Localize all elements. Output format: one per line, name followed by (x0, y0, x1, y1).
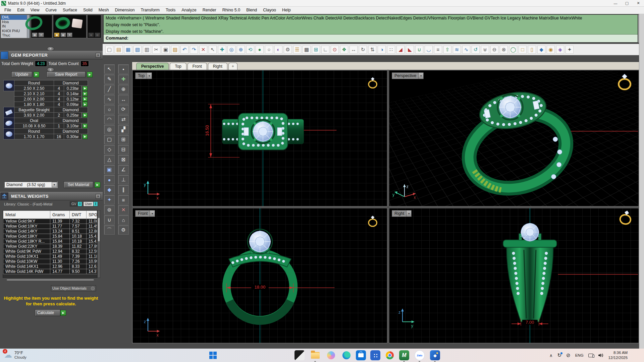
thumbnail-slot-1[interactable]: ▦✕ (31, 15, 52, 38)
extrude-icon[interactable]: ⇧ (443, 46, 451, 54)
viewport-tab-front[interactable]: Front (187, 63, 207, 70)
box-icon[interactable]: □ (519, 46, 527, 54)
viewport-front-label-pill[interactable]: Front ▼ (135, 210, 155, 217)
open-file-icon[interactable]: ▤ (115, 46, 123, 54)
chrome-icon[interactable] (385, 350, 395, 360)
viewport-tab-add-icon[interactable]: + (228, 63, 237, 70)
erase-icon[interactable]: ✕ (118, 205, 129, 215)
print-icon[interactable]: ▥ (143, 46, 151, 54)
rotate-view-icon[interactable]: ⟲ (246, 46, 254, 54)
gem-row-play-icon[interactable]: ▶ (83, 97, 88, 102)
speaker-icon[interactable] (598, 353, 604, 358)
gem-group-header-row[interactable]: RoundDiamond (4, 129, 88, 134)
line-icon[interactable]: ╱ (104, 84, 115, 94)
viewport-front[interactable]: Front ▼ 18.00 z x (132, 208, 387, 343)
clock[interactable]: 8:36 AM 12/12/2025 (608, 350, 628, 360)
menu-surface[interactable]: Surface (60, 7, 80, 14)
arc-blend-icon[interactable]: ⌒ (104, 225, 115, 235)
mirror-icon[interactable]: ◑ (378, 46, 386, 54)
metal-column-header[interactable]: SPG (87, 211, 98, 219)
viewport-tab-perspective[interactable]: Perspective (136, 63, 169, 70)
command-prompt-input[interactable]: Command: (104, 34, 638, 42)
options-icon[interactable]: ✦ (566, 46, 574, 54)
metal-column-header[interactable]: DWT (70, 211, 87, 219)
gem-size-row[interactable]: 10.08 X 8.5013.10tw▶ (4, 123, 88, 129)
fillet-icon[interactable]: ◡ (425, 46, 433, 54)
save-icon[interactable]: ▦ (124, 46, 132, 54)
gem-size-row[interactable]: 2.50 X 2.5040.23tw▶ (4, 86, 88, 91)
metal-row[interactable]: Yellow Gold:18KY R...15.8410.1815.41 (3, 239, 98, 244)
viewport-top[interactable]: Top ▼ 16.50 (132, 70, 387, 206)
paste-icon[interactable]: ▨ (171, 46, 179, 54)
angle-tool-icon[interactable]: ∠ (118, 165, 129, 174)
hatch-icon[interactable]: ▞ (118, 125, 129, 134)
gem-size-row[interactable]: 1.80 X 1.8040.09tw▶ (4, 102, 88, 107)
rotate-icon[interactable]: ↻ (359, 46, 367, 54)
material-dropdown[interactable]: Diamond (3.52 spg) ▼ (4, 181, 58, 188)
move-icon[interactable]: ↔ (350, 46, 358, 54)
subtract-tool-icon[interactable]: ⊟ (118, 145, 129, 154)
parallel-icon[interactable]: ∥ (118, 185, 129, 194)
matrix-app-taskbar-icon[interactable]: M (399, 350, 409, 360)
metal-table-hscrollbar[interactable] (7, 279, 94, 281)
sphere-solid-icon[interactable]: ● (104, 175, 115, 184)
center-snap-icon[interactable]: ⊕ (118, 84, 129, 94)
save-report-play-icon[interactable]: ▶ (87, 72, 93, 77)
ring-wizard-icon[interactable]: ◉ (547, 46, 555, 54)
render-settings-icon[interactable]: ⚙ (284, 46, 292, 54)
start-button[interactable] (208, 350, 218, 360)
boolean-intersect-icon[interactable]: ⊗ (500, 46, 508, 54)
edge-icon[interactable] (341, 350, 352, 360)
menu-analyze[interactable]: Analyze (178, 7, 199, 14)
join-icon[interactable]: ∪ (415, 46, 423, 54)
zoom-extents-icon[interactable]: ⊕ (237, 46, 245, 54)
viewport-perspective-canvas[interactable]: z x y (389, 70, 639, 206)
wireframe-view-icon[interactable]: ○ (265, 46, 273, 54)
scale-icon[interactable]: ⇅ (368, 46, 376, 54)
offset-icon[interactable]: ≡ (434, 46, 442, 54)
do-not-disturb-icon[interactable]: ⊘ (566, 352, 571, 358)
pipe-icon[interactable]: ⊚ (104, 205, 115, 215)
photos-icon[interactable]: ◆ (430, 350, 440, 360)
object-properties-icon[interactable]: ▩ (303, 46, 311, 54)
gem-loader-icon[interactable]: ◆ (537, 46, 545, 54)
home-view-icon[interactable]: ⌂ (118, 215, 129, 225)
metal-row[interactable]: White Gold:10KX111.497.3911.18 (3, 254, 98, 259)
gem-reporter-header[interactable]: GEM REPORTER ✕ (0, 51, 103, 59)
calculate-button[interactable]: Calculate (35, 309, 60, 316)
gem-size-row[interactable]: 1.70 X 1.70160.30tw▶ (4, 134, 88, 139)
polygon-icon[interactable]: ◇ (104, 145, 115, 154)
viewport-right-canvas[interactable]: 7.00 z y (389, 208, 639, 343)
viewport-dropdown-icon[interactable]: ▼ (406, 210, 411, 217)
maximize-button[interactable]: ▢ (621, 0, 633, 6)
ortho-mode-icon[interactable]: ∟ (321, 46, 329, 54)
viewport-top-label-pill[interactable]: Top ▼ (135, 72, 152, 79)
cylinder-icon[interactable]: ▯ (528, 46, 536, 54)
calculate-play-icon[interactable]: ▶ (60, 310, 66, 316)
zoom-window-icon[interactable]: ◎ (227, 46, 235, 54)
gem-row-play-icon[interactable]: ▶ (83, 92, 88, 96)
rectangle-icon[interactable]: ▢ (104, 135, 115, 144)
gem-report-table[interactable]: RoundDiamond2.50 X 2.5040.23tw▶2.10 X 2.… (3, 80, 88, 139)
menu-help[interactable]: Help (279, 7, 294, 14)
metal-row[interactable]: Yellow Gold:18KY15.8410.1815.41 (3, 234, 98, 239)
gem-row-play-icon[interactable]: ▶ (83, 124, 88, 128)
menu-edit[interactable]: Edit (14, 7, 28, 14)
triangle-icon[interactable]: △ (104, 155, 115, 164)
metal-row[interactable]: Yellow Gold:9KY11.397.3211.08 (3, 219, 98, 224)
menu-clayoo[interactable]: Clayoo (260, 7, 279, 14)
save-report-button[interactable]: Save Report (47, 71, 86, 77)
minimize-button[interactable]: — (610, 0, 621, 6)
thumb-delete-icon[interactable]: ✕ (38, 33, 44, 37)
material-editor-icon[interactable]: ◈ (556, 46, 564, 54)
grid-snap-icon[interactable]: ⊞ (312, 46, 320, 54)
metal-row[interactable]: White Gold:14K PdW14.779.5014.37 (3, 269, 98, 274)
menu-blend[interactable]: Blend (243, 7, 260, 14)
render-icon[interactable]: ◐ (274, 46, 282, 54)
select-tool-icon[interactable]: ↖ (104, 64, 115, 74)
menu-render[interactable]: Render (200, 7, 219, 14)
sync-icon[interactable]: ↻ (557, 352, 562, 358)
set-material-button[interactable]: Set Material (64, 181, 93, 188)
settings-tool-icon[interactable]: ⚙ (118, 225, 129, 235)
new-file-icon[interactable]: ▢ (105, 46, 113, 54)
